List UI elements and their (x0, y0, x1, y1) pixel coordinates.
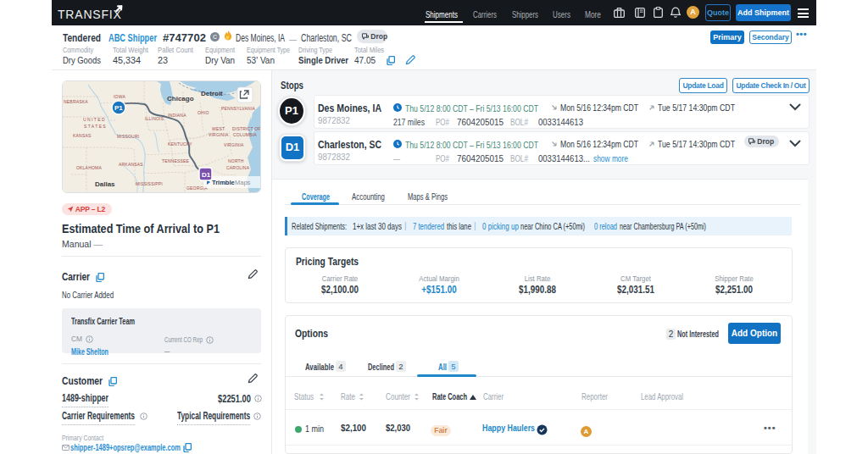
svg-text:Maps: Maps (235, 179, 251, 186)
svg-text:NORTH: NORTH (228, 158, 244, 163)
svg-text:UNITED: UNITED (83, 117, 106, 122)
svg-text:PENNSYLVANIA: PENNSYLVANIA (221, 106, 255, 111)
svg-text:Detroit: Detroit (201, 90, 223, 97)
svg-text:VIRGINIA: VIRGINIA (224, 142, 244, 147)
svg-text:TENNESSEE: TENNESSEE (162, 158, 190, 163)
svg-text:CAROLINA: CAROLINA (226, 165, 250, 170)
svg-text:KANSAS: KANSAS (73, 133, 92, 138)
svg-text:Dallas: Dallas (95, 180, 115, 188)
svg-text:COLUMBIA: COLUMBIA (233, 132, 257, 137)
svg-text:INDIANA: INDIANA (168, 113, 186, 118)
svg-text:OKLAHOMA: OKLAHOMA (76, 165, 102, 170)
svg-text:KENTUCKY: KENTUCKY (168, 141, 192, 147)
svg-text:P1: P1 (114, 104, 123, 112)
svg-text:Chicago: Chicago (167, 95, 194, 102)
svg-text:OHIO: OHIO (198, 110, 209, 115)
svg-text:MISSISSIPPI: MISSISSIPPI (136, 181, 163, 186)
svg-text:ARKANSAS: ARKANSAS (119, 162, 143, 167)
svg-text:STATES: STATES (84, 124, 107, 129)
svg-text:MISSOURI: MISSOURI (117, 134, 139, 139)
svg-text:Trimble: Trimble (212, 179, 235, 186)
svg-text:D1: D1 (202, 171, 211, 179)
svg-text:WEST: WEST (212, 126, 225, 131)
svg-text:ILLINOIS: ILLINOIS (145, 116, 164, 121)
svg-text:NEBRASKA: NEBRASKA (64, 99, 88, 104)
svg-text:DISTRICT OF: DISTRICT OF (232, 126, 260, 131)
svg-text:IOWA: IOWA (114, 94, 125, 99)
svg-text:VIRGINIA: VIRGINIA (209, 132, 229, 137)
